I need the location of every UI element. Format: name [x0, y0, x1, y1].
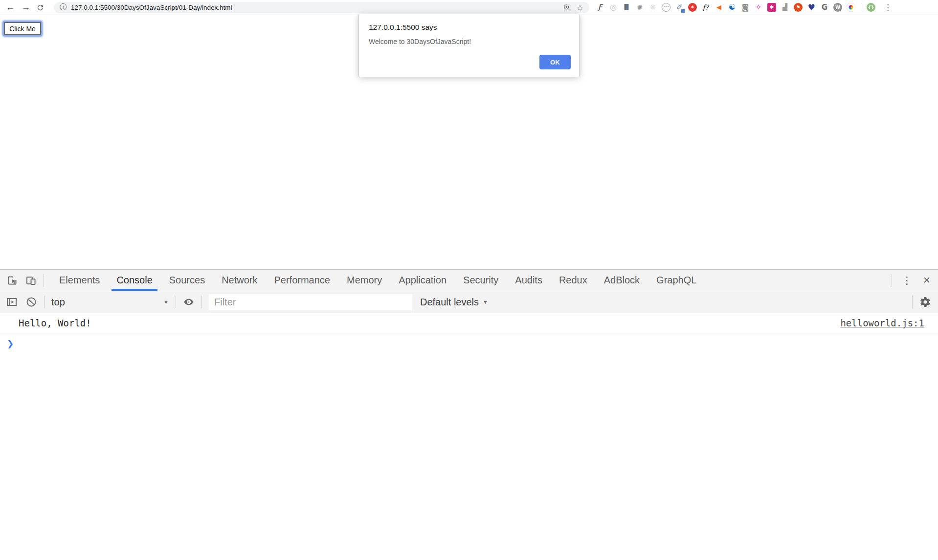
tab-elements[interactable]: Elements: [51, 270, 108, 291]
filter-input[interactable]: [209, 294, 412, 310]
megaphone-icon[interactable]: ◀: [715, 3, 723, 12]
log-levels-caret-icon: ▼: [483, 299, 488, 305]
prompt-chevron-icon: ❯: [7, 339, 14, 348]
dots-circle-icon[interactable]: ⋯: [662, 3, 670, 12]
tab-console[interactable]: Console: [108, 270, 160, 291]
blocks-icon[interactable]: ▟: [781, 3, 789, 12]
pink-settings-icon[interactable]: ✱: [767, 3, 776, 12]
console-sidebar-icon[interactable]: [6, 296, 18, 308]
device-toolbar-icon[interactable]: [25, 275, 37, 286]
alert-title: 127.0.0.1:5500 says: [369, 23, 569, 32]
bug-icon[interactable]: ✺: [635, 3, 644, 12]
fonts-f-icon[interactable]: Ƒ: [596, 3, 604, 12]
extensions-area: Ƒ◎▐▌✺❋⋯✐✶ƒ?◀☯◙✧✱▟⚑♥GW{}: [596, 3, 875, 12]
toolbar-divider-4: [912, 296, 913, 308]
bookmark-circle-icon[interactable]: ⚑: [794, 3, 803, 12]
page-zoom-icon[interactable]: [563, 4, 571, 11]
context-caret-icon: ▼: [163, 299, 169, 305]
devtools-menu-icon[interactable]: ⋮: [899, 275, 915, 286]
alert-ok-button[interactable]: OK: [539, 55, 571, 69]
tab-audits[interactable]: Audits: [507, 270, 551, 291]
camera-icon[interactable]: ◙: [741, 3, 750, 12]
click-me-button[interactable]: Click Me: [4, 22, 41, 35]
browser-menu-icon[interactable]: ⋮: [884, 2, 892, 13]
alert-dialog: 127.0.0.1:5500 says Welcome to 30DaysOfJ…: [358, 14, 580, 77]
split-panels-icon[interactable]: ▐▌: [622, 3, 631, 12]
alert-message: Welcome to 30DaysOfJavaScript!: [369, 38, 569, 45]
execution-context-select[interactable]: top ▼: [51, 297, 169, 308]
tab-graphql[interactable]: GraphQL: [648, 270, 705, 291]
toolbar-divider-2: [176, 296, 176, 308]
heart-search-icon[interactable]: ♥: [807, 3, 816, 12]
tab-application[interactable]: Application: [390, 270, 455, 291]
devtools-tabbar: Elements Console Sources Network Perform…: [0, 270, 938, 291]
reload-icon[interactable]: [36, 3, 47, 12]
w-circle-icon[interactable]: W: [833, 3, 842, 12]
rainbow-circle-icon[interactable]: [847, 3, 855, 12]
tabbar-right-divider: [892, 274, 892, 287]
tab-network[interactable]: Network: [213, 270, 266, 291]
tab-performance[interactable]: Performance: [266, 270, 339, 291]
tab-redux[interactable]: Redux: [551, 270, 596, 291]
toolbar-divider-3: [201, 296, 202, 308]
tab-adblock[interactable]: AdBlock: [596, 270, 648, 291]
lens-icon[interactable]: ◎: [609, 3, 618, 12]
tab-sources[interactable]: Sources: [161, 270, 213, 291]
browser-toolbar: ← → ⓘ 127.0.0.1:5500/30DaysOfJavaScript/…: [0, 0, 938, 15]
g-letter-icon[interactable]: G: [820, 3, 829, 12]
function-help-icon[interactable]: ƒ?: [701, 3, 710, 12]
tab-security[interactable]: Security: [455, 270, 507, 291]
tab-memory[interactable]: Memory: [338, 270, 390, 291]
inspect-element-icon[interactable]: [6, 275, 18, 286]
nav-buttons: ← →: [0, 2, 47, 13]
clear-console-icon[interactable]: [25, 296, 37, 308]
forward-icon[interactable]: →: [21, 2, 31, 13]
extensions-divider: [861, 3, 861, 11]
blue-swirl-icon[interactable]: ☯: [728, 3, 737, 12]
console-toolbar: top ▼ Default levels ▼: [0, 291, 938, 313]
console-prompt[interactable]: ❯: [0, 333, 938, 353]
devtools-close-icon[interactable]: ✕: [923, 275, 931, 286]
stop-hand-icon[interactable]: ✶: [688, 3, 697, 12]
toolbar-divider-1: [44, 296, 45, 308]
console-settings-gear-icon[interactable]: [919, 296, 931, 308]
graphql-icon[interactable]: ✧: [754, 3, 763, 12]
devtools-panel: Elements Console Sources Network Perform…: [0, 269, 938, 560]
log-levels-label: Default levels: [420, 297, 479, 308]
atom-icon[interactable]: ❋: [648, 3, 657, 12]
console-log-row: Hello, World! helloworld.js:1: [0, 313, 938, 333]
live-expression-eye-icon[interactable]: [183, 296, 195, 308]
tabbar-divider: [44, 274, 44, 287]
back-icon[interactable]: ←: [5, 2, 16, 13]
url-text[interactable]: 127.0.0.1:5500/30DaysOfJavaScript/01-Day…: [71, 4, 563, 11]
context-label: top: [51, 297, 65, 308]
url-bar[interactable]: ⓘ 127.0.0.1:5500/30DaysOfJavaScript/01-D…: [54, 2, 589, 13]
color-picker-icon[interactable]: ✐: [675, 3, 684, 12]
bookmark-star-icon[interactable]: ☆: [577, 3, 583, 12]
log-levels-select[interactable]: Default levels ▼: [420, 297, 488, 308]
site-info-icon[interactable]: ⓘ: [60, 3, 67, 12]
json-brackets-icon[interactable]: {}: [867, 3, 875, 12]
console-log-text: Hello, World!: [19, 318, 91, 328]
console-source-link[interactable]: helloworld.js:1: [840, 318, 924, 328]
